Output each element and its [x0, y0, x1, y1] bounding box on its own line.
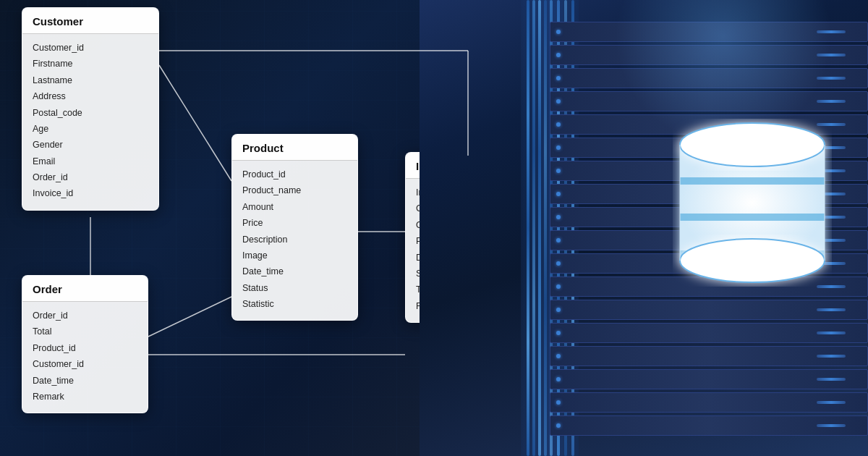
database-icon	[673, 116, 832, 290]
product-table: Product Product_id Product_name Amount P…	[231, 134, 358, 321]
field-description: Description	[242, 233, 347, 247]
field-age: Age	[33, 122, 148, 136]
field-gender: Gender	[33, 138, 148, 152]
field-firstname: Firstname	[33, 57, 148, 71]
field-product-id: Product_id	[242, 168, 347, 182]
field-ord-remark: Remark	[33, 390, 137, 404]
customer-table-header: Customer	[22, 8, 158, 34]
field-date-time: Date_time	[242, 265, 347, 279]
field-status: Status	[242, 282, 347, 295]
field-lastname: Lastname	[33, 74, 148, 88]
field-amount: Amount	[242, 200, 347, 214]
field-ord-product-id: Product_id	[33, 342, 137, 355]
field-customer-id: Customer_id	[33, 41, 148, 55]
customer-table: Customer Customer_id Firstname Lastname …	[22, 7, 159, 211]
field-address: Address	[33, 90, 148, 104]
customer-table-fields: Customer_id Firstname Lastname Address P…	[22, 34, 158, 210]
field-ord-customer-id: Customer_id	[33, 358, 137, 371]
field-ord-total: Total	[33, 325, 137, 339]
product-table-fields: Product_id Product_name Amount Price Des…	[232, 161, 357, 320]
field-ord-date-time: Date_time	[33, 374, 137, 388]
field-ord-order-id: Order_id	[33, 309, 137, 323]
svg-line-0	[159, 65, 231, 181]
order-table-fields: Order_id Total Product_id Customer_id Da…	[22, 302, 148, 413]
field-order-id: Order_id	[33, 171, 148, 185]
field-invoice-id: Invoice_id	[33, 187, 148, 200]
field-email: Email	[33, 155, 148, 169]
field-price: Price	[242, 216, 347, 230]
svg-line-3	[148, 297, 231, 337]
field-product-name: Product_name	[242, 184, 347, 198]
product-table-header: Product	[232, 135, 357, 161]
field-image: Image	[242, 249, 347, 263]
order-table-header: Order	[22, 276, 148, 302]
field-statistic: Statistic	[242, 297, 347, 311]
order-table: Order Order_id Total Product_id Customer…	[22, 275, 148, 413]
field-postal-code: Postal_code	[33, 106, 148, 120]
